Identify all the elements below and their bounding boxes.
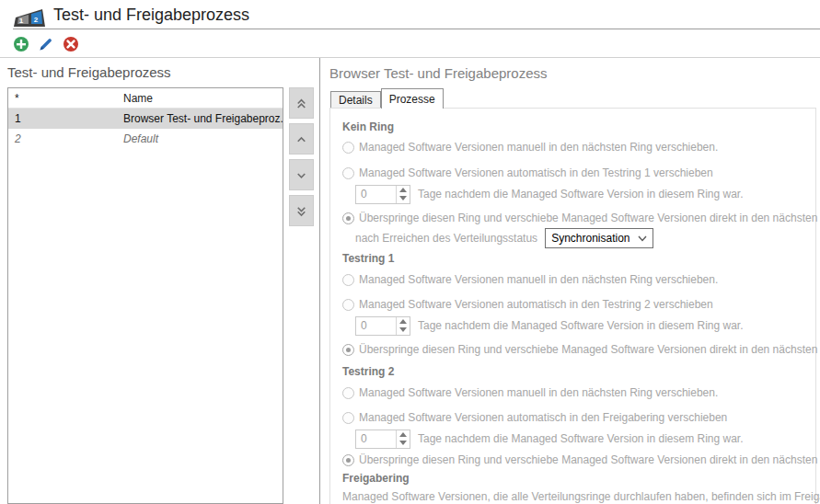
spinner-down-icon[interactable] — [397, 439, 410, 448]
toolbar-divider — [0, 57, 820, 58]
process-rings-icon: 1 2 — [13, 6, 46, 29]
double-chevron-up-icon — [295, 97, 308, 110]
column-header-name: Name — [123, 92, 283, 105]
reorder-buttons — [289, 87, 314, 226]
section-heading-freigabering: Freigabering — [342, 472, 410, 485]
kein-ring-option-manual[interactable]: Managed Software Versionen manuell in de… — [342, 140, 718, 155]
testring1-option-skip[interactable]: Überspringe diesen Ring und verschiebe M… — [342, 342, 820, 357]
spinner-up-icon[interactable] — [397, 430, 410, 440]
radio-checked-icon — [342, 212, 354, 224]
svg-text:2: 2 — [34, 16, 39, 24]
radio-checked-icon — [342, 454, 354, 466]
testring1-days-row: 0 Tage nachdem die Managed Software Vers… — [355, 315, 744, 336]
chevron-up-icon — [295, 132, 308, 146]
kein-ring-status-row: nach Erreichen des Verteilungsstatus Syn… — [355, 228, 653, 248]
radio-unchecked-icon — [342, 412, 354, 424]
table-header: * Name — [8, 88, 283, 109]
toolbar — [13, 36, 79, 52]
radio-unchecked-icon — [342, 274, 354, 286]
test-freigabeprozess-window: 1 2 Test- und Freigabeprozess Test — [0, 0, 820, 504]
add-icon — [13, 36, 29, 52]
process-table: * Name 1 Browser Test- und Freigabeproz.… — [7, 87, 283, 504]
kein-ring-option-auto[interactable]: Managed Software Versionen automatisch i… — [342, 166, 713, 180]
move-up-button[interactable] — [289, 123, 314, 155]
freigabering-description: Managed Software Versionen, die alle Ver… — [342, 490, 820, 503]
radio-unchecked-icon — [342, 299, 354, 311]
radio-unchecked-icon — [342, 142, 354, 154]
days-spinner[interactable]: 0 — [355, 185, 410, 204]
kein-ring-option-skip[interactable]: Überspringe diesen Ring und verschiebe M… — [342, 211, 820, 225]
table-row-default[interactable]: 2 Default — [8, 129, 283, 149]
testring2-option-manual[interactable]: Managed Software Versionen manuell in de… — [342, 385, 718, 400]
chevron-down-icon — [638, 235, 647, 242]
delete-button[interactable] — [63, 36, 79, 52]
testring1-option-manual[interactable]: Managed Software Versionen manuell in de… — [342, 272, 718, 287]
table-row-browser-prozess[interactable]: 1 Browser Test- und Freigabeproz... — [8, 109, 283, 129]
left-panel-title: Test- und Freigabeprozess — [7, 64, 171, 80]
add-button[interactable] — [13, 36, 29, 52]
move-to-bottom-button[interactable] — [289, 195, 314, 226]
tab-prozesse[interactable]: Prozesse — [381, 88, 444, 109]
spinner-down-icon[interactable] — [397, 326, 410, 335]
spinner-up-icon[interactable] — [397, 317, 410, 326]
prozesse-tab-panel: Kein Ring Managed Software Versionen man… — [329, 108, 816, 504]
testring2-option-skip[interactable]: Überspringe diesen Ring und verschiebe M… — [342, 452, 820, 467]
svg-text:1: 1 — [19, 17, 24, 25]
panel-separator — [319, 58, 320, 504]
edit-pencil-icon — [38, 36, 54, 52]
testring2-option-auto[interactable]: Managed Software Versionen automatisch i… — [342, 410, 727, 425]
detail-panel-title: Browser Test- und Freigabeprozess — [329, 65, 548, 81]
days-spinner[interactable]: 0 — [355, 316, 410, 336]
verteilungsstatus-select[interactable]: Synchronisation — [545, 228, 653, 248]
radio-unchecked-icon — [342, 167, 354, 179]
spinner-up-icon[interactable] — [397, 186, 410, 195]
days-spinner[interactable]: 0 — [355, 430, 410, 449]
radio-unchecked-icon — [342, 387, 354, 399]
edit-button[interactable] — [38, 36, 54, 52]
delete-icon — [63, 36, 79, 52]
radio-checked-icon — [342, 344, 354, 356]
tab-details[interactable]: Details — [330, 91, 381, 108]
column-header-order: * — [8, 92, 123, 105]
kein-ring-days-row: 0 Tage nachdem die Managed Software Vers… — [355, 184, 744, 204]
testring2-days-row: 0 Tage nachdem die Managed Software Vers… — [355, 429, 744, 449]
tab-strip: Details Prozesse — [330, 88, 444, 109]
move-down-button[interactable] — [289, 159, 314, 190]
testring1-option-auto[interactable]: Managed Software Versionen automatisch i… — [342, 297, 713, 312]
spinner-down-icon[interactable] — [397, 194, 410, 203]
double-chevron-down-icon — [295, 204, 308, 218]
title-divider — [13, 29, 820, 29]
chevron-down-icon — [295, 168, 308, 182]
move-to-top-button[interactable] — [289, 87, 314, 119]
section-heading-testring-1: Testring 1 — [342, 252, 394, 265]
section-heading-kein-ring: Kein Ring — [342, 120, 394, 133]
section-heading-testring-2: Testring 2 — [342, 365, 394, 378]
page-title: Test- und Freigabeprozess — [53, 6, 249, 25]
